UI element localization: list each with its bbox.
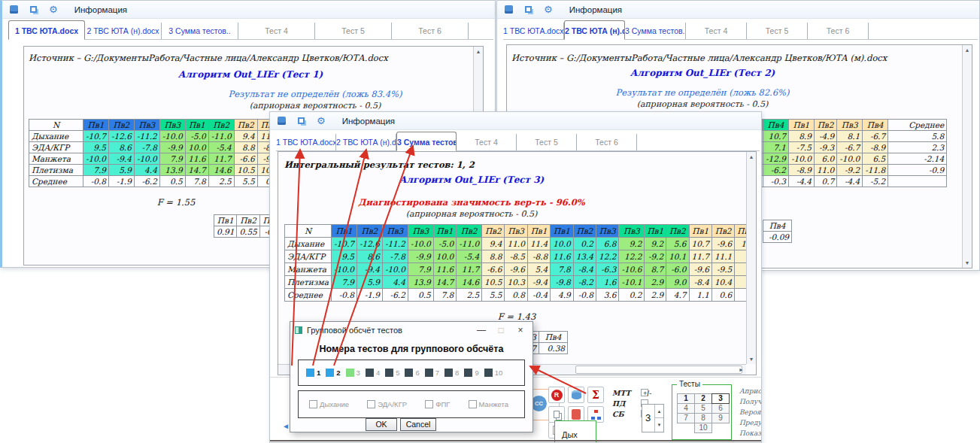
tab-bar: 1 ТВС ЮТА.docx2 ТВС ЮТА (н).docx3 Сумма … <box>8 20 493 40</box>
table-cell: -8.4 <box>689 276 711 289</box>
checkbox-2[interactable] <box>326 369 334 377</box>
tab-1[interactable]: 1 ТВС ЮТА.docx <box>8 20 85 40</box>
tab-1[interactable]: 1 ТВС ЮТА.docx <box>503 23 564 39</box>
checkbox-9[interactable] <box>464 369 472 377</box>
table-cell: -10.0 <box>83 153 109 165</box>
table-cell: 7.9 <box>83 165 109 176</box>
maximize-icon[interactable]: □ <box>493 325 508 335</box>
tab-4[interactable]: Тест 4 <box>686 23 747 39</box>
checkbox-3[interactable] <box>346 369 354 377</box>
table-cell: 0.5 <box>159 176 185 187</box>
checkbox-label: 10 <box>495 369 503 377</box>
column-header: N <box>29 120 83 131</box>
tab-6[interactable]: Тест 6 <box>392 23 469 39</box>
table-cell: -5.0 <box>433 238 456 250</box>
column-header: Пв2 <box>108 120 134 131</box>
table-cell: 13.9 <box>408 276 433 289</box>
test-grid-cell-4[interactable]: 4 <box>677 403 695 414</box>
record-button[interactable]: R <box>548 387 565 403</box>
database-button[interactable] <box>568 387 584 403</box>
checkbox-7[interactable] <box>425 369 433 377</box>
table-cell: -6.3 <box>596 263 619 276</box>
flag-icon[interactable] <box>505 5 513 14</box>
tab-5[interactable]: Тест 5 <box>315 23 392 39</box>
gear-icon[interactable]: ⚙ <box>317 116 326 126</box>
scroll-down-icon[interactable]: ▼ <box>963 258 972 268</box>
stepper-down-icon[interactable]: ▼ <box>654 418 663 432</box>
tab-3[interactable]: 3 Сумма тестов.. <box>396 132 457 151</box>
cc-button[interactable]: CC <box>531 396 547 411</box>
test-grid-cell-7[interactable]: 7 <box>677 413 695 423</box>
ok-button[interactable]: OK <box>366 418 397 431</box>
tab-4[interactable]: Тест 4 <box>457 134 517 150</box>
checkbox-label: 3 <box>357 369 360 377</box>
tab-5[interactable]: Тест 5 <box>747 23 808 39</box>
checkbox-ЭДА/КГР[interactable] <box>367 400 375 408</box>
test-grid-cell-10[interactable]: 10 <box>694 423 712 433</box>
tab-3[interactable]: 3 Сумма тестов.. <box>625 23 686 39</box>
flag-icon[interactable] <box>278 117 286 125</box>
table-cell: -12.6 <box>357 238 382 250</box>
tab-5[interactable]: Тест 5 <box>517 134 577 150</box>
stepper-up-icon[interactable]: ▲ <box>654 405 663 418</box>
column-header: Пв1 <box>332 225 357 238</box>
copy-icon[interactable] <box>525 6 532 13</box>
minimize-icon[interactable]: — <box>474 325 489 335</box>
checkbox-1[interactable] <box>306 369 314 377</box>
checkbox-ФПГ[interactable] <box>425 400 433 408</box>
tab-4[interactable]: Тест 4 <box>238 23 315 39</box>
gear-icon[interactable]: ⚙ <box>49 5 58 14</box>
threshold-stepper[interactable]: 3 ▲ ▼ <box>642 404 664 432</box>
tab-6[interactable]: Тест 6 <box>808 23 869 39</box>
scroll-up-icon[interactable]: ▲ <box>747 152 756 162</box>
test-grid-cell-6[interactable]: 6 <box>711 403 730 414</box>
tab-2[interactable]: 2 ТВС ЮТА (н).docx <box>85 23 162 39</box>
vertical-scrollbar[interactable]: ▲ ▼ <box>746 152 756 364</box>
scrollbar-thumb[interactable] <box>575 366 742 374</box>
cancel-button[interactable]: Cancel <box>400 418 436 431</box>
table-cell: 14.6 <box>457 276 482 289</box>
checkbox-Манжета[interactable] <box>469 400 477 408</box>
test-grid-cell-3[interactable]: 3 <box>711 393 730 404</box>
tab-1[interactable]: 1 ТВС ЮТА.docx <box>276 134 336 150</box>
checkbox-Дыхание[interactable] <box>309 400 317 408</box>
test-grid-cell-2[interactable]: 2 <box>694 393 712 404</box>
legend-text: АприоПолучВерояПредуПоказ <box>739 387 762 440</box>
table-cell: -11.2 <box>382 238 408 250</box>
checkbox-6[interactable] <box>405 369 413 377</box>
gear-icon[interactable]: ⚙ <box>544 5 553 14</box>
test-grid-cell-8[interactable]: 8 <box>694 413 712 423</box>
tab-3[interactable]: 3 Сумма тестов.. <box>162 23 238 39</box>
table-cell: 0.38 <box>539 343 568 354</box>
checkbox-10[interactable] <box>484 369 493 377</box>
scroll-down-icon[interactable]: ▼ <box>747 354 756 364</box>
scroll-up-icon[interactable]: ▲ <box>474 47 483 56</box>
group-sum-button[interactable]: Σ <box>587 387 604 403</box>
vertical-scrollbar[interactable]: ▲ ▼ <box>962 45 972 268</box>
table-cell: -5.0 <box>185 131 208 142</box>
copy-icon[interactable] <box>30 6 37 13</box>
table-cell: -9.4 <box>357 263 382 276</box>
tab-2[interactable]: 2 ТВС ЮТА (н).docx <box>336 134 396 150</box>
flag-icon[interactable] <box>10 5 18 14</box>
table-cell: -8.9 <box>863 142 888 153</box>
test-grid-cell-5[interactable]: 5 <box>694 403 712 414</box>
f-value: F = 1.55 <box>131 197 221 208</box>
tab-6[interactable]: Тест 6 <box>577 134 637 150</box>
test-grid-cell-1[interactable]: 1 <box>677 393 695 404</box>
column-header: Пв2 <box>208 120 234 131</box>
scroll-right-icon[interactable]: ► <box>736 365 746 375</box>
checkbox-8[interactable] <box>444 369 453 377</box>
table-cell: 10.7 <box>763 131 789 142</box>
algorithm-title: Алгоритм Out_LIEr (Тест 1) <box>28 69 473 80</box>
table-cell: -7.8 <box>134 142 159 153</box>
checkbox-4[interactable] <box>366 369 374 377</box>
checkbox-5[interactable] <box>385 369 393 377</box>
row-label: Плетизма <box>285 276 332 289</box>
tab-2[interactable]: 2 ТВС ЮТА (н).docx <box>564 20 625 40</box>
nav-left-icon[interactable]: ◄ <box>282 422 290 430</box>
copy-icon[interactable] <box>298 117 305 124</box>
scroll-up-icon[interactable]: ▲ <box>963 45 972 55</box>
close-icon[interactable]: × <box>513 325 528 335</box>
test-grid-cell-9[interactable]: 9 <box>711 413 730 423</box>
